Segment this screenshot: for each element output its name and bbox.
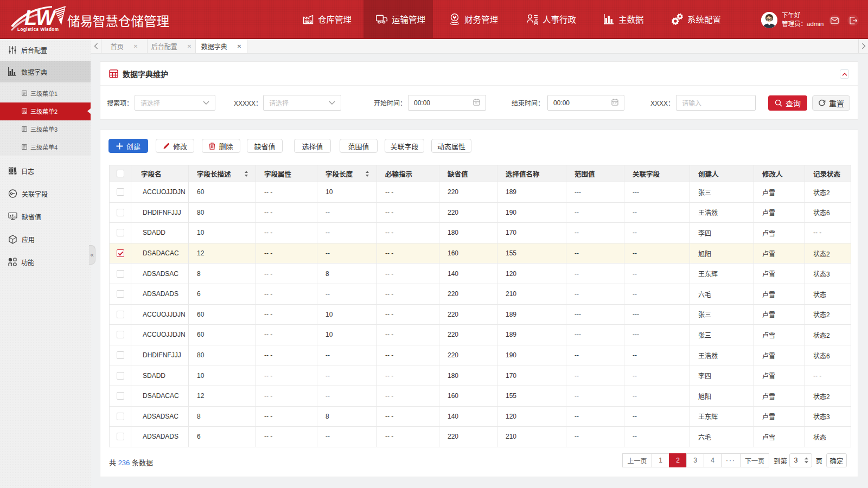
svg-text:LW: LW xyxy=(24,7,57,29)
svg-text:Logistics Wisdom: Logistics Wisdom xyxy=(17,27,59,32)
